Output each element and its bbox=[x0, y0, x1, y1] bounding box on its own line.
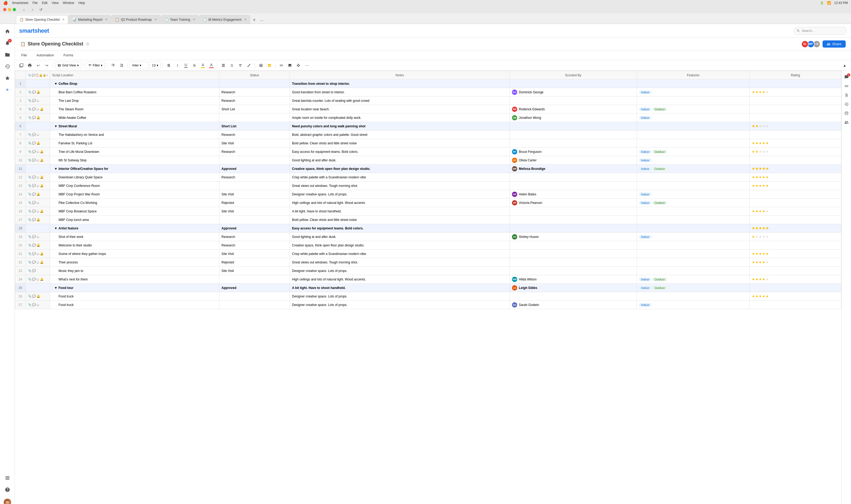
row-save-icon[interactable]: 🗂 bbox=[36, 201, 39, 204]
features-cell[interactable] bbox=[637, 250, 749, 258]
clear-format-btn[interactable] bbox=[237, 62, 244, 69]
row-bell-icon[interactable]: 🔔 bbox=[40, 158, 43, 162]
rating-cell[interactable]: ★★★★★ bbox=[750, 122, 841, 130]
font-selector[interactable]: Inter ▾ bbox=[130, 62, 148, 69]
notes-cell[interactable]: High ceilings and lots of natural light.… bbox=[290, 275, 510, 284]
features-cell[interactable]: Indoor bbox=[637, 190, 749, 199]
scouted-by-cell[interactable]: MB Melissa Brundige bbox=[510, 164, 637, 173]
script-location-cell[interactable]: 6th St Subway Stop bbox=[50, 156, 219, 164]
script-location-cell[interactable]: MBF Corp Conference Room bbox=[50, 182, 219, 190]
indent-decrease-btn[interactable] bbox=[109, 62, 117, 69]
tab-bi[interactable]: 🕐 Bi Metrics Engagement ✕ bbox=[199, 15, 250, 24]
rating-cell[interactable]: ★★★★★ bbox=[750, 207, 841, 216]
image-btn[interactable] bbox=[286, 62, 294, 69]
text-color-btn[interactable]: A bbox=[208, 62, 215, 69]
row-attachment-icon[interactable]: 📎 bbox=[28, 235, 32, 238]
favorite-star[interactable]: ☆ bbox=[85, 41, 90, 47]
scouted-by-cell[interactable] bbox=[510, 267, 637, 275]
notes-cell[interactable]: Creative space, think open floor plan de… bbox=[290, 164, 510, 173]
features-cell[interactable] bbox=[637, 182, 749, 190]
scouted-by-cell[interactable]: LG Leigh Gibbs bbox=[510, 284, 637, 292]
scouted-by-cell[interactable]: JW Jonathon Wong bbox=[510, 113, 637, 122]
row-comment-icon[interactable]: 💬 bbox=[32, 150, 36, 154]
features-cell[interactable] bbox=[637, 224, 749, 233]
features-cell[interactable] bbox=[637, 130, 749, 139]
menu-edit[interactable]: Edit bbox=[42, 1, 48, 5]
scouted-by-cell[interactable] bbox=[510, 182, 637, 190]
script-location-cell[interactable]: ▼Artist feature bbox=[50, 224, 219, 233]
chart-btn[interactable] bbox=[266, 62, 273, 69]
features-cell[interactable]: Indoor bbox=[637, 88, 749, 96]
star-rating[interactable]: ★★★★★ bbox=[752, 175, 769, 179]
features-cell[interactable] bbox=[637, 267, 749, 275]
scouted-by-cell[interactable]: HW Hilda Wilson bbox=[510, 275, 637, 284]
script-location-cell[interactable]: Their process bbox=[50, 258, 219, 267]
search-box[interactable]: Search... bbox=[794, 27, 847, 35]
star-rating[interactable]: ★★★★★ bbox=[752, 90, 769, 94]
notes-cell[interactable]: Designer creative space. Lots of props. bbox=[290, 190, 510, 199]
features-cell[interactable]: IndoorOutdoor bbox=[637, 275, 749, 284]
col-header-features[interactable]: Features bbox=[637, 71, 749, 79]
tab-marketing[interactable]: 📊 Marketing Report ✕ bbox=[69, 15, 111, 24]
row-bell-icon[interactable]: 🔔 bbox=[40, 252, 43, 255]
scouted-by-cell[interactable] bbox=[510, 258, 637, 267]
close-window-btn[interactable] bbox=[3, 8, 6, 11]
notes-cell[interactable]: Designer creative space. Lots of props. bbox=[290, 292, 510, 301]
back-button[interactable]: ‹ bbox=[20, 6, 28, 13]
scouted-by-cell[interactable] bbox=[510, 207, 637, 216]
tab-q2[interactable]: 📋 Q2 Product Roadmap ✕ bbox=[111, 15, 160, 24]
group-toggle[interactable]: ▼ bbox=[54, 286, 57, 290]
group-toggle[interactable]: ▼ bbox=[54, 124, 57, 128]
rating-cell[interactable]: ★★★★★ bbox=[750, 147, 841, 156]
more-toolbar-btn[interactable]: ⋯ bbox=[303, 62, 311, 69]
sidebar-item-apps[interactable] bbox=[2, 473, 13, 483]
status-cell[interactable] bbox=[219, 275, 289, 284]
scouted-by-cell[interactable] bbox=[510, 122, 637, 130]
rating-cell[interactable]: ★★★★★ bbox=[750, 292, 841, 301]
forward-button[interactable]: › bbox=[29, 6, 36, 13]
row-comment-icon[interactable]: 💬 bbox=[32, 244, 36, 247]
rating-cell[interactable] bbox=[750, 241, 841, 250]
menu-file[interactable]: File bbox=[33, 1, 37, 5]
rating-cell[interactable]: ★★★★★ bbox=[750, 164, 841, 173]
file-menu-item-file[interactable]: File bbox=[19, 52, 29, 58]
row-bell-icon[interactable]: 🔔 bbox=[40, 184, 43, 187]
star-rating[interactable]: ★★★★★ bbox=[752, 167, 769, 170]
rating-cell[interactable] bbox=[750, 199, 841, 207]
features-cell[interactable] bbox=[637, 207, 749, 216]
row-comment-icon[interactable]: 💬 bbox=[32, 294, 36, 298]
rating-cell[interactable]: ★★★★★ bbox=[750, 275, 841, 284]
bold-btn[interactable]: B bbox=[165, 62, 173, 69]
underline-btn[interactable]: U bbox=[182, 62, 190, 69]
rating-cell[interactable] bbox=[750, 96, 841, 105]
notes-cell[interactable]: Great location near beach. bbox=[290, 105, 510, 113]
scouted-by-cell[interactable] bbox=[510, 216, 637, 224]
file-menu-item-forms[interactable]: Forms bbox=[61, 52, 75, 58]
row-save-icon[interactable]: 🗂 bbox=[36, 278, 39, 281]
rating-cell[interactable]: ★★★★★ bbox=[750, 173, 841, 182]
row-comment-icon[interactable]: 💬 bbox=[32, 193, 36, 196]
row-save-icon[interactable]: 🗂 bbox=[36, 159, 39, 162]
row-comment-icon[interactable]: 💬 bbox=[32, 133, 36, 137]
row-attachment-icon[interactable]: 📎 bbox=[28, 260, 32, 264]
status-cell[interactable]: Research bbox=[219, 147, 289, 156]
row-comment-icon[interactable]: 💬 bbox=[32, 277, 36, 281]
sidebar-item-favorites[interactable] bbox=[2, 73, 13, 84]
features-cell[interactable]: IndoorOutdoor bbox=[637, 105, 749, 113]
script-location-cell[interactable]: Food truck bbox=[50, 301, 219, 309]
rating-cell[interactable] bbox=[750, 284, 841, 292]
status-cell[interactable]: Research bbox=[219, 173, 289, 182]
view-selector[interactable]: Grid View ▾ bbox=[55, 62, 81, 69]
wrap-btn[interactable] bbox=[228, 62, 236, 69]
notes-cell[interactable]: A bit tight. Have to shoot handheld. bbox=[290, 284, 510, 292]
row-bell-icon[interactable]: 🔔 bbox=[36, 90, 40, 94]
script-location-cell[interactable]: Pike Collective Co-Working bbox=[50, 199, 219, 207]
script-location-cell[interactable]: Wide Awake Coffee bbox=[50, 113, 219, 122]
rating-cell[interactable]: ★★★★★ bbox=[750, 224, 841, 233]
notes-cell[interactable]: Good transition from street to interior. bbox=[290, 88, 510, 96]
row-attachment-icon[interactable]: 📎 bbox=[28, 176, 32, 179]
script-location-cell[interactable]: Tree of Life Mural Downtown bbox=[50, 147, 219, 156]
group-toggle[interactable]: ▼ bbox=[54, 167, 57, 170]
star-rating[interactable]: ★★★★★ bbox=[752, 150, 769, 154]
script-location-cell[interactable]: ▼Coffee Shop bbox=[50, 79, 219, 88]
